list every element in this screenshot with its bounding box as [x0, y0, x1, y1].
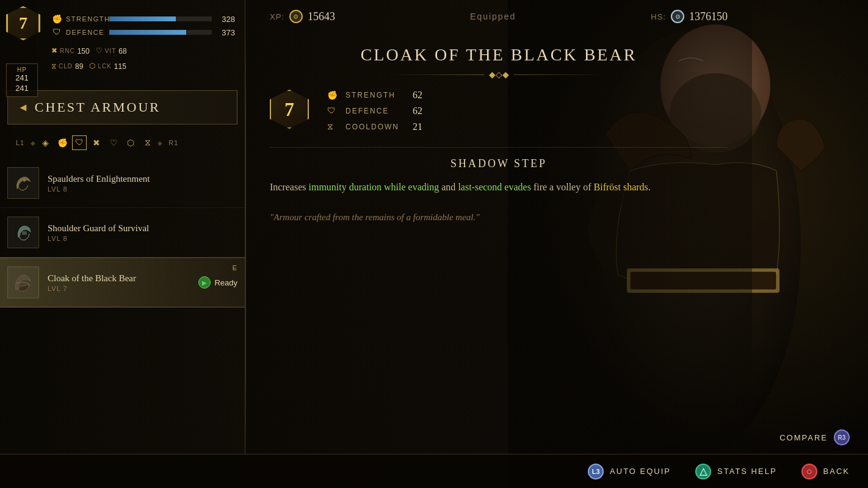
tab-icon-1[interactable]: ✊	[55, 135, 70, 150]
sep-line-left	[392, 74, 484, 75]
hp-box: HP 241 241	[6, 63, 38, 97]
item-detail: CLOAK OF THE BLACK BEAR ◆◇◆ 7 ✊ STRENGTH…	[270, 45, 728, 234]
hs-section: HS: ⚙ 1376150	[651, 10, 728, 23]
defence-value: 373	[215, 28, 235, 37]
list-item[interactable]: Shoulder Guard of Survival LVL 8	[0, 208, 245, 257]
top-bar: XP: ⚙ 15643 Equipped HS: ⚙ 1376150	[270, 0, 728, 33]
hp-current: 241	[9, 73, 35, 84]
circle-icon: ○	[801, 464, 817, 479]
detail-cooldown-value: 21	[413, 121, 422, 132]
hp-max: 241	[9, 84, 35, 94]
defence-bar	[109, 30, 212, 35]
main-content: XP: ⚙ 15643 Equipped HS: ⚙ 1376150 CLOAK…	[245, 0, 752, 488]
item-list: Spaulders of Enlightenment LVL 8 Shoulde…	[0, 159, 245, 307]
lck-icon: ⬡	[89, 62, 95, 71]
detail-stats-list: ✊ STRENGTH 62 🛡 DEFENCE 62 ⧖ COOLDOWN 21	[327, 90, 728, 137]
hs-value: 1376150	[689, 10, 728, 23]
r3-badge: R3	[834, 429, 850, 445]
stats-help-button[interactable]: △ STATS HELP	[695, 464, 777, 479]
rnc-icon: ✖	[51, 46, 57, 56]
ability-section: SHADOW STEP Increases immunity duration …	[270, 147, 728, 234]
ready-icon: ▶	[198, 276, 211, 289]
hs-icon: ⚙	[671, 10, 684, 23]
detail-cooldown-label: COOLDOWN	[345, 123, 407, 131]
detail-strength-value: 62	[413, 90, 422, 101]
tab-icon-5[interactable]: ⬡	[123, 135, 138, 150]
section-header[interactable]: ◄ CHEST ARMOUR	[7, 90, 237, 124]
ability-highlight-last-second: last-second evades	[458, 182, 531, 192]
xp-value: 15643	[308, 10, 335, 23]
ability-text-4: .	[648, 182, 651, 192]
detail-stat-defence: 🛡 DEFENCE 62	[327, 106, 728, 117]
ability-text-2: and	[439, 182, 458, 192]
section-arrow: ◄	[18, 101, 29, 114]
vit-stat: ♡ VIT 68	[96, 46, 127, 56]
hs-label: HS:	[651, 12, 666, 21]
svg-point-0	[23, 179, 26, 182]
item-detail-level: 7	[270, 90, 309, 129]
section-title: CHEST ARMOUR	[35, 99, 161, 115]
mini-stats-2: ⧖ CLD 89 ⬡ LCK 115	[51, 62, 235, 71]
item-info-cloak: Cloak of the Black Bear LVL 7	[48, 273, 198, 292]
item-info-spaulders: Spaulders of Enlightenment LVL 8	[48, 174, 237, 193]
tab-icon-0[interactable]: ◈	[38, 135, 52, 150]
tab-l1[interactable]: L1	[12, 137, 28, 149]
strength-label: STRENGTH	[66, 15, 106, 23]
panel-divider	[245, 37, 246, 451]
tab-icon-2[interactable]: 🛡	[72, 135, 87, 150]
ability-highlight-evading: immunity duration while evading	[309, 182, 439, 192]
ready-label: Ready	[214, 278, 237, 287]
cld-value: 89	[75, 62, 83, 71]
tab-r1[interactable]: R1	[165, 137, 182, 149]
tab-icon-6[interactable]: ⧖	[140, 135, 155, 150]
auto-equip-button[interactable]: L3 AUTO EQUIP	[588, 464, 671, 479]
item-icon-spaulders	[7, 167, 39, 199]
tab-bar: L1 ◆ ◈ ✊ 🛡 ✖ ♡ ⬡ ⧖ ◆ R1	[7, 132, 237, 154]
left-panel: 7 ✊ STRENGTH 328 🛡 DEFENCE 373	[0, 0, 245, 488]
sep-diamond: ◆◇◆	[489, 70, 509, 80]
cld-label: CLD	[59, 63, 73, 70]
detail-defence-icon: 🛡	[327, 106, 339, 116]
detail-defence-label: DEFENCE	[345, 107, 407, 115]
stats-help-label: STATS HELP	[717, 467, 777, 476]
item-info-shoulder: Shoulder Guard of Survival LVL 8	[48, 223, 237, 242]
compare-button[interactable]: COMPARE R3	[779, 429, 850, 445]
equipped-label: Equipped	[335, 12, 651, 21]
defence-label: DEFENCE	[66, 29, 106, 36]
xp-icon: ⚙	[289, 10, 303, 23]
defence-fill	[109, 30, 186, 35]
detail-strength-label: STRENGTH	[345, 91, 407, 99]
main-stats: ✊ STRENGTH 328 🛡 DEFENCE 373	[51, 11, 235, 40]
item-icon-cloak	[7, 267, 39, 298]
detail-defence-value: 62	[413, 106, 422, 117]
item-detail-stats: 7 ✊ STRENGTH 62 🛡 DEFENCE 62 ⧖ COOLDOWN …	[270, 90, 728, 137]
back-button[interactable]: ○ BACK	[801, 464, 850, 479]
ability-text-3: fire a volley of	[531, 182, 594, 192]
ability-description: Increases immunity duration while evadin…	[270, 179, 728, 195]
tab-icon-3[interactable]: ✖	[89, 135, 104, 150]
item-level-0: LVL 8	[48, 185, 237, 193]
defence-row: 🛡 DEFENCE 373	[51, 27, 235, 38]
cld-icon: ⧖	[51, 62, 56, 71]
hp-label: HP	[9, 66, 35, 73]
strength-bar	[109, 16, 212, 21]
item-icon-shoulder	[7, 217, 39, 248]
lck-stat: ⬡ LCK 115	[89, 62, 126, 71]
mini-stats: ✖ RNC 150 ♡ VIT 68	[51, 46, 235, 56]
ability-title: SHADOW STEP	[270, 157, 728, 170]
list-item[interactable]: Spaulders of Enlightenment LVL 8	[0, 159, 245, 208]
list-item[interactable]: Cloak of the Black Bear LVL 7 E ▶ Ready	[0, 257, 245, 307]
lck-label: LCK	[98, 63, 111, 70]
item-ready: ▶ Ready	[198, 276, 237, 289]
xp-label: XP:	[270, 12, 284, 21]
back-label: BACK	[823, 467, 850, 476]
defence-icon: 🛡	[51, 27, 62, 38]
item-detail-title: CLOAK OF THE BLACK BEAR	[270, 45, 728, 65]
rnc-value: 150	[78, 47, 90, 56]
xp-section: XP: ⚙ 15643	[270, 10, 335, 23]
strength-row: ✊ STRENGTH 328	[51, 13, 235, 24]
strength-fill	[109, 16, 176, 21]
detail-strength-icon: ✊	[327, 90, 339, 101]
tab-icon-4[interactable]: ♡	[106, 135, 121, 150]
strength-icon: ✊	[51, 13, 62, 24]
